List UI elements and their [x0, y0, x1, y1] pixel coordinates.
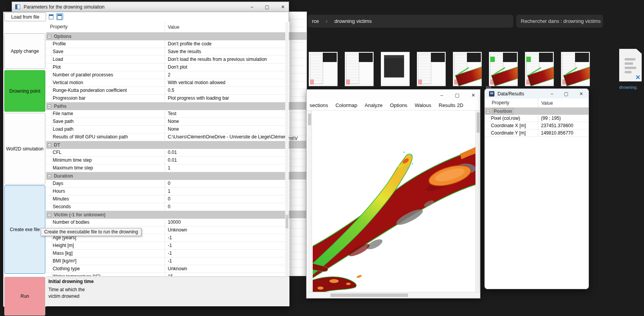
scrollbar-thumb[interactable]	[308, 114, 311, 125]
property-row[interactable]: Number of parallel processes2	[46, 71, 289, 79]
property-value[interactable]: 0.5	[165, 87, 289, 94]
map-maximize-button[interactable]: ▢	[455, 92, 460, 98]
file-thumbnail[interactable]	[453, 52, 482, 86]
property-row[interactable]: Days0	[46, 180, 289, 188]
collapse-icon[interactable]	[48, 213, 51, 217]
property-value[interactable]: 237451.378600	[538, 122, 589, 129]
dialog-maximize-button[interactable]: ▢	[265, 4, 269, 10]
breadcrumb-current[interactable]: drowning victims	[334, 18, 372, 24]
document-file-icon[interactable]: ✕	[619, 49, 642, 81]
property-row[interactable]: BMI [kg/m²]-1	[46, 257, 289, 265]
dialog-close-button[interactable]: ✕	[281, 4, 285, 10]
map-window-titlebar[interactable]: – ▢ ✕	[307, 90, 480, 100]
file-thumbnail[interactable]	[381, 52, 410, 86]
collapse-icon[interactable]	[486, 110, 490, 113]
map-minimize-button[interactable]: –	[441, 92, 443, 98]
menu-item-analyze[interactable]: Analyze	[365, 102, 382, 108]
scrollbar-thumb[interactable]	[477, 112, 480, 133]
property-value[interactable]: C:\Users\Clément\OneDrive - Universite d…	[165, 133, 289, 141]
property-row[interactable]: Mass [kg]-1	[46, 250, 289, 257]
property-row[interactable]: File nameTest	[46, 110, 289, 118]
parameters-dialog-titlebar[interactable]: Parameters for the drowning simulation –…	[12, 2, 289, 12]
property-value[interactable]: 0.01	[165, 149, 289, 156]
property-value[interactable]: 149810.856770	[538, 130, 589, 136]
property-row[interactable]: Coordinate X [m]237451.378600	[485, 122, 589, 130]
property-row[interactable]: LoadDon't load the results from a previo…	[46, 56, 289, 64]
property-value[interactable]: Test	[165, 110, 289, 117]
property-value[interactable]: Unknown	[165, 265, 289, 273]
property-row[interactable]: Vertical motionWith vertical motion allo…	[46, 79, 289, 87]
property-row[interactable]: Maximum time step1	[46, 164, 289, 172]
breadcrumb-prefix[interactable]: rce	[312, 18, 319, 24]
file-thumbnail[interactable]	[308, 52, 338, 86]
property-value[interactable]: Don't plot	[165, 64, 289, 71]
property-value[interactable]: Plot progress with loading bar	[165, 95, 289, 102]
property-value[interactable]: 2	[165, 71, 289, 79]
file-thumbnail[interactable]	[525, 52, 554, 86]
category-row[interactable]: DT	[46, 141, 289, 149]
dialog-minimize-button[interactable]: –	[251, 4, 253, 10]
file-thumbnail[interactable]	[344, 52, 374, 86]
menu-item-colormap[interactable]: Colormap	[336, 102, 357, 108]
collapse-icon[interactable]	[48, 35, 51, 38]
param-grid-scrollbar[interactable]	[285, 22, 289, 276]
file-thumbnail[interactable]	[417, 52, 446, 86]
property-row[interactable]: Number of bodies10000	[46, 219, 289, 226]
property-row[interactable]: PlotDon't plot	[46, 64, 289, 71]
category-row[interactable]: Options	[46, 33, 289, 40]
property-row[interactable]: Runge-Kutta ponderation coefficient0.5	[46, 87, 289, 95]
property-value[interactable]: None	[165, 118, 289, 125]
property-value[interactable]: With vertical motion allowed	[165, 79, 289, 86]
category-row[interactable]: Paths	[46, 102, 289, 110]
property-row[interactable]: CFL0.01	[46, 149, 289, 157]
property-row[interactable]: Hours1	[46, 188, 289, 195]
property-value[interactable]: 10000	[165, 219, 289, 226]
property-row[interactable]: Results of Wolf GPU simulation pathC:\Us…	[46, 133, 289, 141]
property-value[interactable]: Don't load the results from a previous s…	[165, 56, 289, 63]
property-row[interactable]: Height [m]-1	[46, 242, 289, 250]
file-thumbnail[interactable]	[489, 52, 518, 86]
menu-item-sections[interactable]: sections	[310, 102, 328, 108]
collapse-icon[interactable]	[48, 143, 51, 147]
property-row[interactable]: Pixel (col,row)(99 ; 195)	[485, 115, 589, 122]
property-row[interactable]: Water temperature [°C]15	[46, 273, 289, 276]
dr-close-button[interactable]: ✕	[579, 91, 583, 97]
property-value[interactable]: -1	[165, 234, 289, 242]
menu-item-walous[interactable]: Walous	[415, 102, 431, 108]
map-close-button[interactable]: ✕	[471, 92, 475, 98]
property-row[interactable]: Progression barPlot progress with loadin…	[46, 95, 289, 102]
property-value[interactable]: Unknown	[165, 226, 289, 234]
property-row[interactable]: Seconds0	[46, 203, 289, 211]
menu-item-results-2d[interactable]: Results 2D	[439, 102, 463, 108]
create-exe-file-button[interactable]: Create exe file	[4, 185, 45, 274]
scrollbar-thumb[interactable]	[286, 215, 288, 228]
property-row[interactable]: Minimum time step0.01	[46, 157, 289, 164]
menu-item-options[interactable]: Options	[390, 102, 407, 108]
property-value[interactable]: 15	[165, 273, 289, 276]
category-row[interactable]: Duration	[46, 172, 289, 180]
file-thumbnail[interactable]	[561, 52, 590, 86]
property-value[interactable]: -1	[165, 257, 289, 265]
load-from-file-button[interactable]: Load from file	[4, 12, 46, 21]
wolf2d-simulation-button[interactable]: Wolf2D simulation	[4, 113, 45, 185]
file-name-label[interactable]: drowning.	[619, 85, 638, 90]
map-horizontal-scrollbar[interactable]	[307, 292, 480, 298]
property-value[interactable]: -1	[165, 242, 289, 249]
collapse-icon[interactable]	[48, 105, 51, 108]
property-value[interactable]: None	[165, 126, 289, 133]
property-value[interactable]: -1	[165, 250, 289, 257]
property-value[interactable]: 0	[165, 195, 289, 203]
property-value[interactable]: 0	[165, 180, 289, 187]
drowning-point-button[interactable]: Drowning point	[4, 70, 45, 112]
category-row[interactable]: Victim (-1 for unknown)	[46, 211, 289, 219]
apply-change-button[interactable]: Apply change	[4, 33, 45, 69]
property-row[interactable]: Minutes0	[46, 195, 289, 203]
property-value[interactable]: 0	[165, 203, 289, 211]
collapse-icon[interactable]	[48, 174, 51, 178]
dr-maximize-button[interactable]: ▢	[564, 91, 568, 97]
explorer-search-box[interactable]: Rechercher dans : drowning victims	[516, 15, 603, 28]
property-row[interactable]: SaveSave the results	[46, 48, 289, 56]
breadcrumb[interactable]: rce › drowning victims	[308, 15, 513, 28]
data-results-titlebar[interactable]: Data/Results – ▢ ✕	[485, 89, 589, 98]
property-value[interactable]: Don't profile the code	[165, 40, 289, 48]
